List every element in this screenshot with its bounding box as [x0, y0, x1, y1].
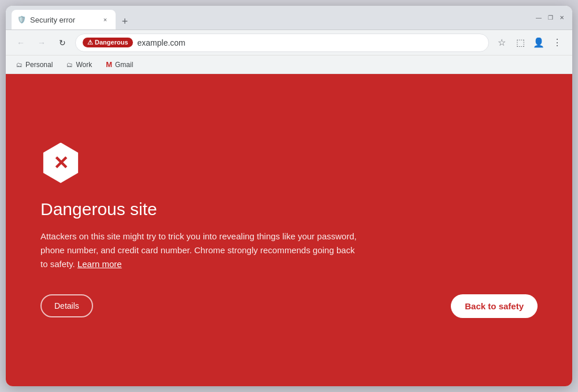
- tab-close-button[interactable]: ×: [101, 15, 110, 24]
- back-button[interactable]: ←: [13, 35, 29, 51]
- browser-window: 🛡️ Security error × + — ❐ ✕ ← → ↻ ⚠ Dang…: [6, 6, 572, 386]
- extensions-button[interactable]: ⬚: [512, 35, 528, 51]
- new-tab-button[interactable]: +: [117, 13, 133, 29]
- profile-button[interactable]: 👤: [531, 35, 547, 51]
- folder-icon: 🗂: [16, 61, 23, 68]
- active-tab[interactable]: 🛡️ Security error ×: [12, 10, 116, 29]
- bookmark-gmail-label: Gmail: [115, 61, 133, 69]
- bookmark-button[interactable]: ☆: [494, 35, 510, 51]
- danger-icon: ✕: [40, 143, 81, 183]
- window-controls: — ❐ ✕: [534, 13, 566, 23]
- tab-title: Security error: [30, 16, 96, 24]
- page-heading: Dangerous site: [40, 199, 157, 219]
- bookmark-work-label: Work: [76, 61, 92, 69]
- gmail-icon: M: [106, 60, 112, 69]
- dangerous-badge: ⚠ Dangerous: [83, 38, 133, 47]
- learn-more-link[interactable]: Learn more: [77, 259, 122, 269]
- page-actions: Details Back to safety: [40, 294, 538, 318]
- bookmarks-bar: 🗂 Personal 🗂 Work M Gmail: [6, 56, 572, 74]
- bookmark-work[interactable]: 🗂 Work: [63, 60, 95, 70]
- title-bar: 🛡️ Security error × + — ❐ ✕: [6, 6, 572, 30]
- bookmark-personal[interactable]: 🗂 Personal: [13, 60, 56, 70]
- menu-button[interactable]: ⋮: [549, 35, 565, 51]
- bookmark-personal-label: Personal: [25, 61, 53, 69]
- page-body: Attackers on this site might try to tric…: [40, 230, 364, 271]
- maximize-button[interactable]: ❐: [546, 13, 555, 23]
- minimize-button[interactable]: —: [534, 13, 543, 23]
- forward-button[interactable]: →: [34, 35, 50, 51]
- reload-button[interactable]: ↻: [54, 35, 71, 51]
- back-to-safety-button[interactable]: Back to safety: [451, 294, 538, 318]
- folder-icon-work: 🗂: [66, 61, 73, 68]
- bookmark-gmail[interactable]: M Gmail: [102, 59, 136, 70]
- address-bar[interactable]: ⚠ Dangerous example.com: [75, 34, 489, 52]
- close-button[interactable]: ✕: [557, 13, 566, 23]
- nav-icons: ☆ ⬚ 👤 ⋮: [494, 35, 565, 51]
- nav-bar: ← → ↻ ⚠ Dangerous example.com ☆ ⬚ 👤 ⋮: [6, 30, 572, 56]
- page-content: ✕ Dangerous site Attackers on this site …: [6, 74, 572, 386]
- url-text: example.com: [138, 38, 481, 47]
- details-button[interactable]: Details: [40, 294, 93, 317]
- tab-area: 🛡️ Security error × +: [12, 6, 527, 29]
- tab-favicon: 🛡️: [17, 16, 25, 24]
- danger-x-icon: ✕: [53, 154, 69, 172]
